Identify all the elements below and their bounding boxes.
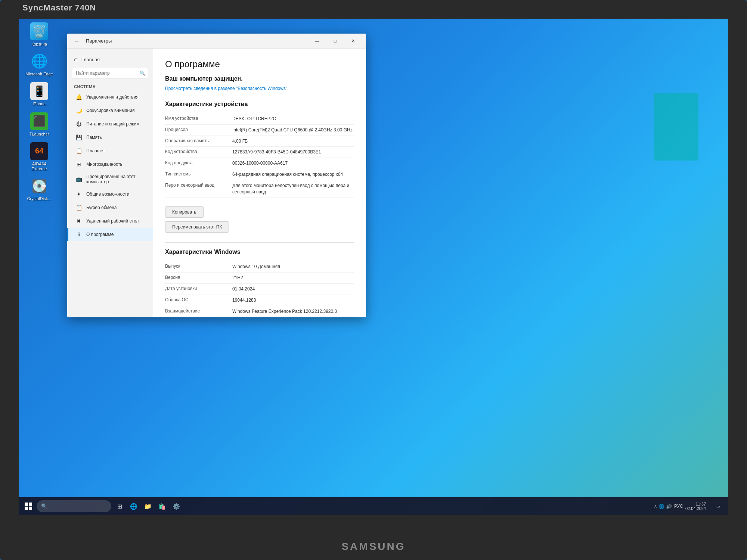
device-section-header: Характеристики устройства bbox=[165, 101, 354, 108]
aida64-label: AIDA64 Extreme bbox=[24, 162, 54, 171]
spec-label: Сборка ОС bbox=[165, 297, 232, 304]
sidebar-item-project[interactable]: 📺 Проецирование на этот компьютер bbox=[67, 171, 153, 187]
sidebar-item-power[interactable]: ⏻ Питание и спящий режим bbox=[67, 117, 153, 131]
spec-value: DESKTOP-TCREP2C bbox=[232, 116, 354, 122]
taskbar-search[interactable]: 🔍 bbox=[37, 500, 111, 512]
sidebar-item-tablet[interactable]: 📋 Планшет bbox=[67, 144, 153, 158]
spec-value: 00326-10000-00000-AA617 bbox=[232, 160, 354, 167]
clock-time: 11:37 bbox=[685, 502, 706, 506]
taskbar-tray: ∧ 🌐 🔊 РУС 11:37 02.04.2024 ▭ bbox=[654, 500, 725, 513]
edge-taskbar-button[interactable]: 🌐 bbox=[127, 500, 140, 513]
desktop-icons: 🗑️ Корзина 🌐 Microsoft Edge 📱 iPhone ⬛ T… bbox=[24, 22, 54, 201]
spec-label: Код продукта bbox=[165, 160, 232, 167]
explorer-taskbar-button[interactable]: 📁 bbox=[141, 500, 155, 513]
spec-row-device-id: Код устройства 127833A9-9783-40F3-B45D-0… bbox=[165, 147, 354, 158]
edge-label: Microsoft Edge bbox=[25, 72, 53, 77]
iphone-label: iPhone bbox=[33, 102, 46, 106]
task-view-icon: ⊞ bbox=[117, 503, 122, 510]
spec-value: 127833A9-9783-40F3-B45D-04849700B3E1 bbox=[232, 149, 354, 155]
sidebar-item-accessibility[interactable]: ✦ Общие возможности bbox=[67, 187, 153, 201]
spec-row-pen: Перо и сенсорный ввод Для этого монитора… bbox=[165, 180, 354, 198]
sidebar-item-notifications[interactable]: 🔔 Уведомления и действия bbox=[67, 90, 153, 104]
sidebar-item-multitask[interactable]: ⊞ Многозадачность bbox=[67, 158, 153, 171]
spec-value: 19044.1288 bbox=[232, 297, 354, 304]
screen: 🗑️ Корзина 🌐 Microsoft Edge 📱 iPhone ⬛ T… bbox=[19, 19, 728, 515]
spec-value: Intel(R) Core(TM)2 Quad CPU Q6600 @ 2.40… bbox=[232, 127, 354, 133]
spec-label: Дата установки bbox=[165, 286, 232, 292]
desktop-icon-edge[interactable]: 🌐 Microsoft Edge bbox=[24, 52, 54, 77]
chevron-up-icon[interactable]: ∧ bbox=[654, 504, 657, 509]
memory-icon: 💾 bbox=[75, 134, 83, 141]
security-link[interactable]: Просмотреть сведения в разделе "Безопасн… bbox=[165, 85, 354, 92]
recycle-bin-label: Корзина bbox=[31, 42, 47, 47]
spec-label: Выпуск bbox=[165, 264, 232, 270]
sidebar-search[interactable]: 🔍 bbox=[72, 68, 148, 78]
store-taskbar-button[interactable]: 🛍️ bbox=[155, 500, 169, 513]
section-divider bbox=[165, 242, 354, 243]
multitask-icon: ⊞ bbox=[75, 161, 83, 168]
maximize-button[interactable]: □ bbox=[326, 35, 344, 47]
back-button[interactable]: ← bbox=[72, 36, 82, 46]
sidebar-item-about[interactable]: ℹ О программе bbox=[67, 228, 153, 241]
sidebar-item-memory[interactable]: 💾 Память bbox=[67, 131, 153, 144]
settings-sidebar: ⌂ Главная 🔍 Система 🔔 Уведомления и дейс… bbox=[67, 49, 153, 317]
tlauncher-icon: ⬛ bbox=[30, 112, 48, 130]
desktop-icon-tlauncher[interactable]: ⬛ TLauncher bbox=[24, 112, 54, 137]
minimize-button[interactable]: — bbox=[309, 35, 326, 47]
spec-value: 4.00 ГБ bbox=[232, 138, 354, 144]
spec-label: Тип системы bbox=[165, 171, 232, 178]
close-button[interactable]: ✕ bbox=[344, 35, 362, 47]
spec-row-ram: Оперативная память 4.00 ГБ bbox=[165, 136, 354, 147]
page-title: О программе bbox=[165, 59, 354, 69]
spec-value: Windows Feature Experience Pack 120.2212… bbox=[232, 308, 354, 315]
spec-row-processor: Процессор Intel(R) Core(TM)2 Quad CPU Q6… bbox=[165, 125, 354, 136]
tablet-icon: 📋 bbox=[75, 147, 83, 155]
edge-icon: 🌐 bbox=[30, 52, 48, 70]
window-content: ⌂ Главная 🔍 Система 🔔 Уведомления и дейс… bbox=[67, 49, 366, 317]
sidebar-item-remote-desktop[interactable]: ✖ Удаленный рабочий стол bbox=[67, 214, 153, 228]
show-desktop-icon: ▭ bbox=[716, 504, 720, 508]
clock-date: 02.04.2024 bbox=[685, 506, 706, 511]
sidebar-item-clipboard[interactable]: 📋 Буфер обмена bbox=[67, 201, 153, 214]
accessibility-icon: ✦ bbox=[75, 190, 83, 198]
window-title: Параметры bbox=[86, 38, 309, 44]
aida64-icon: 64 bbox=[30, 142, 48, 160]
copy-button[interactable]: Копировать bbox=[165, 206, 204, 218]
desktop-icon-iphone[interactable]: 📱 iPhone bbox=[24, 82, 54, 106]
clipboard-icon: 📋 bbox=[75, 204, 83, 211]
crystaldisk-icon: 💽 bbox=[30, 177, 48, 195]
windows-specs-table: Выпуск Windows 10 Домашняя Версия 21H2 Д… bbox=[165, 261, 354, 317]
desktop-icon-crystaldisk[interactable]: 💽 CrystalDisk... bbox=[24, 177, 54, 201]
start-button[interactable] bbox=[22, 500, 35, 513]
spec-label: Оперативная память bbox=[165, 138, 232, 144]
spec-row-install-date: Дата установки 01.04.2024 bbox=[165, 284, 354, 295]
notifications-icon: 🔔 bbox=[75, 93, 83, 101]
sidebar-item-focus[interactable]: 🌙 Фокусировка внимания bbox=[67, 104, 153, 117]
edge-taskbar-icon: 🌐 bbox=[130, 503, 137, 510]
desktop-decoration bbox=[654, 93, 698, 161]
search-input[interactable] bbox=[72, 68, 148, 78]
task-view-button[interactable]: ⊞ bbox=[113, 500, 126, 513]
spec-value: 21H2 bbox=[232, 275, 354, 281]
desktop-icon-recycle[interactable]: 🗑️ Корзина bbox=[24, 22, 54, 47]
spec-row-edition: Выпуск Windows 10 Домашняя bbox=[165, 261, 354, 273]
spec-row-system-type: Тип системы 64-разрядная операционная си… bbox=[165, 169, 354, 180]
desktop: 🗑️ Корзина 🌐 Microsoft Edge 📱 iPhone ⬛ T… bbox=[19, 19, 728, 515]
power-icon: ⏻ bbox=[75, 120, 83, 128]
about-icon: ℹ bbox=[75, 231, 83, 238]
network-icon[interactable]: 🌐 bbox=[658, 504, 664, 509]
settings-taskbar-button[interactable]: ⚙️ bbox=[170, 500, 183, 513]
volume-icon[interactable]: 🔊 bbox=[666, 504, 672, 509]
language-indicator: РУС bbox=[674, 504, 683, 509]
spec-value: 01.04.2024 bbox=[232, 286, 354, 292]
store-taskbar-icon: 🛍️ bbox=[158, 503, 166, 510]
desktop-icon-aida64[interactable]: 64 AIDA64 Extreme bbox=[24, 142, 54, 171]
spec-row-build: Сборка ОС 19044.1288 bbox=[165, 295, 354, 306]
sidebar-home[interactable]: ⌂ Главная bbox=[67, 53, 153, 66]
rename-pc-button[interactable]: Переименовать этот ПК bbox=[165, 221, 229, 233]
window-titlebar: ← Параметры — □ ✕ bbox=[67, 34, 366, 49]
spec-label: Код устройства bbox=[165, 149, 232, 155]
show-desktop-button[interactable]: ▭ bbox=[711, 500, 725, 513]
security-status: Ваш компьютер защищен. bbox=[165, 75, 354, 82]
taskbar-search-icon: 🔍 bbox=[41, 503, 47, 509]
